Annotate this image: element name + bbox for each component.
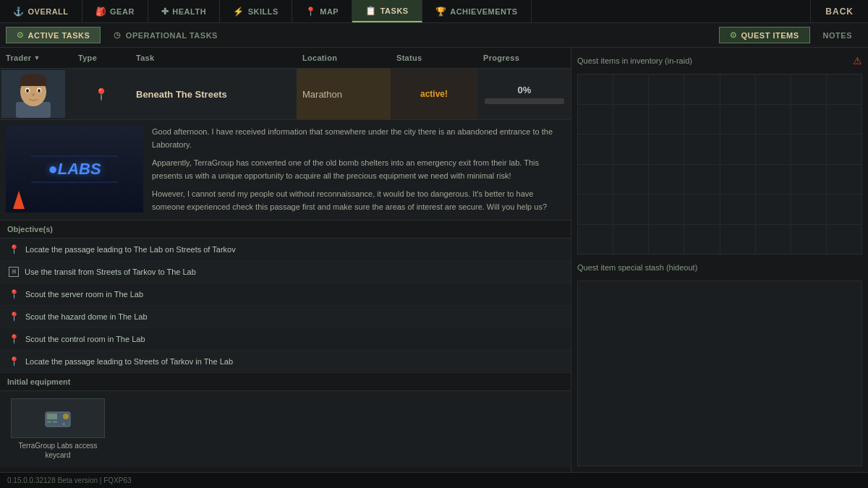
tab-notes[interactable]: NOTES <box>813 28 862 43</box>
task-row[interactable]: 📍 Beneath The Streets Marathon active! 0… <box>0 69 571 120</box>
grid-cell <box>756 134 791 164</box>
svg-rect-5 <box>20 77 46 86</box>
quest-items-grid <box>577 74 862 254</box>
task-status-cell: active! <box>391 69 477 119</box>
grid-cell <box>791 74 826 104</box>
task-type-icon-cell: 📍 <box>72 69 130 119</box>
tasks-icon: 📋 <box>365 6 377 16</box>
chevron-down-icon: ▼ <box>33 54 40 61</box>
svg-rect-12 <box>47 421 51 423</box>
svg-rect-11 <box>47 414 57 419</box>
grid-cell <box>720 134 755 164</box>
grid-cell <box>684 134 719 164</box>
grid-cell <box>827 194 861 224</box>
col-header-trader: Trader ▼ <box>0 51 72 65</box>
task-image: ●LABS <box>6 126 143 213</box>
svg-point-8 <box>26 89 29 93</box>
grid-cell <box>649 225 684 254</box>
nav-health[interactable]: ✚ HEALTH <box>148 0 220 22</box>
detail-panel[interactable]: ●LABS Good afternoon. I have received in… <box>0 120 571 472</box>
objective-2: ⊞ Use the transit from Streets of Tarkov… <box>0 261 571 283</box>
grid-cell <box>720 194 755 224</box>
grid-cell <box>613 74 648 104</box>
tab-active-tasks[interactable]: ⊙ ACTIVE TASKS <box>6 27 101 43</box>
quest-items-inventory-label: Quest items in inventory (in-raid) ⚠ <box>577 53 862 68</box>
col-header-progress: Progress <box>477 51 571 65</box>
grid-cell <box>649 134 684 164</box>
anchor-icon: ⚓ <box>13 7 25 17</box>
grid-cell <box>720 225 755 254</box>
tab-quest-items[interactable]: ⊙ QUEST ITEMS <box>719 27 810 43</box>
grid-cell <box>827 225 861 254</box>
tab-operational-tasks[interactable]: ◷ OPERATIONAL TASKS <box>103 27 228 43</box>
grid-cell <box>613 134 648 164</box>
grid-cell <box>827 105 861 134</box>
grid-cell <box>649 105 684 134</box>
grid-cell <box>578 194 613 224</box>
task-text: Good afternoon. I have received informat… <box>152 126 565 214</box>
nav-gear[interactable]: 🎒 GEAR <box>82 0 148 22</box>
col-header-location: Location <box>297 51 391 65</box>
grid-cell <box>684 74 719 104</box>
grid-cell <box>578 165 613 194</box>
trader-avatar <box>1 70 65 118</box>
grid-cell <box>756 194 791 224</box>
right-panel: Quest items in inventory (in-raid) ⚠ <box>571 48 868 472</box>
task-location-cell: Marathon <box>297 69 391 119</box>
objective-1: 📍 Locate the passage leading to The Lab … <box>0 239 571 261</box>
equipment-items: ⊕ TerraGroup Labs access keycard <box>0 391 571 467</box>
grid-cell <box>720 74 755 104</box>
results-header: Results <box>0 467 571 472</box>
objective-4: 📍 Scout the hazard dome in The Lab <box>0 306 571 328</box>
svg-point-9 <box>38 89 41 93</box>
grid-cell <box>649 194 684 224</box>
transit-icon-obj2: ⊞ <box>9 267 19 277</box>
nav-tasks[interactable]: 📋 TASKS <box>352 0 422 22</box>
clock-icon: ◷ <box>114 30 122 40</box>
item-label: TerraGroup Labs access keycard <box>7 441 109 460</box>
col-header-type: Type <box>72 51 130 65</box>
grid-cell <box>684 225 719 254</box>
status-bar: 0.15.0.0.32128 Beta version | FQXP63 <box>0 472 868 488</box>
equipment-item-1: ⊕ TerraGroup Labs access keycard <box>7 398 109 460</box>
main-layout: Trader ▼ Type Task Location Status Progr… <box>0 48 868 472</box>
grid-cell <box>756 105 791 134</box>
grid-cell <box>578 134 613 164</box>
back-button[interactable]: BACK <box>810 0 868 22</box>
grid-cell <box>827 74 861 104</box>
equipment-header: Initial equipment <box>0 373 571 391</box>
grid-cell <box>649 74 684 104</box>
objective-5: 📍 Scout the control room in The Lab <box>0 328 571 351</box>
svg-rect-13 <box>53 421 57 423</box>
trophy-icon: 🏆 <box>435 7 447 17</box>
nav-achievements[interactable]: 🏆 ACHIEVEMENTS <box>422 0 532 22</box>
quest-stash-grid <box>577 281 862 466</box>
location-icon-obj6: 📍 <box>9 356 20 367</box>
grid-cell <box>613 105 648 134</box>
location-icon-obj4: 📍 <box>9 312 20 322</box>
grid-cell <box>613 194 648 224</box>
nav-overall[interactable]: ⚓ OVERALL <box>0 0 82 22</box>
col-header-status: Status <box>391 51 477 65</box>
nav-map[interactable]: 📍 MAP <box>292 0 352 22</box>
grid-cell <box>791 225 826 254</box>
grid-cell <box>613 225 648 254</box>
grid-cell <box>720 105 755 134</box>
grid-cell <box>756 74 791 104</box>
grid-cell <box>684 194 719 224</box>
left-panel: Trader ▼ Type Task Location Status Progr… <box>0 48 571 472</box>
item-keycard-card: ⊕ <box>11 398 105 438</box>
grid-cell <box>578 74 613 104</box>
skills-icon: ⚡ <box>233 7 244 17</box>
grid-cell <box>827 134 861 164</box>
grid-cell <box>613 165 648 194</box>
nav-skills[interactable]: ⚡ SKILLS <box>220 0 292 22</box>
svg-point-14 <box>63 414 69 419</box>
grid-cell <box>791 194 826 224</box>
grid-cell <box>578 105 613 134</box>
grid-cell <box>791 165 826 194</box>
location-icon-obj5: 📍 <box>9 334 20 344</box>
task-description: ●LABS Good afternoon. I have received in… <box>0 120 571 221</box>
grid-cell <box>756 225 791 254</box>
grid-cell <box>649 165 684 194</box>
